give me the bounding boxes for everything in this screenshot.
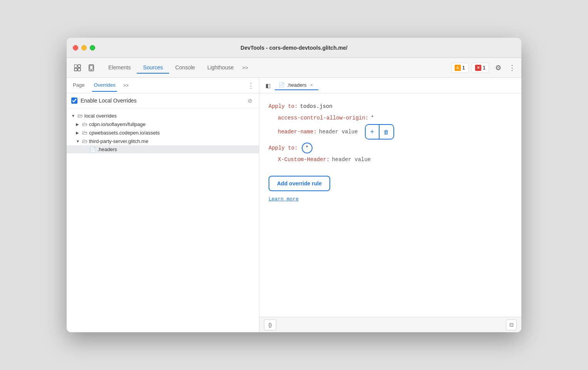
window-title: DevTools - cors-demo-devtools.glitch.me/ (240, 45, 347, 51)
panel-sidebar-toggle[interactable]: ◧ (262, 80, 273, 91)
svg-rect-0 (74, 65, 77, 67)
svg-rect-5 (90, 66, 93, 69)
header-actions-wrapper: + 🗑 (365, 124, 394, 140)
more-options-button[interactable]: ⋮ (507, 62, 517, 74)
svg-rect-1 (78, 65, 81, 67)
tree-label-local-overrides: local overrides (84, 113, 117, 119)
tree-item-third-party[interactable]: ▼ 🗁 third-party-server.glitch.me (67, 137, 259, 145)
apply-to-value-1: todos.json (300, 101, 333, 112)
arrow-right-icon: ▶ (76, 122, 81, 126)
tab-page[interactable]: Page (71, 79, 86, 92)
header-line-1: access-control-allow-origin: * (269, 113, 512, 123)
clear-overrides-button[interactable]: ⊘ (246, 96, 254, 105)
device-toggle-button[interactable] (85, 62, 97, 74)
more-tabs-button[interactable]: >> (240, 63, 250, 72)
header-value-3: header value (332, 154, 371, 165)
titlebar: DevTools - cors-demo-devtools.glitch.me/ (67, 38, 521, 58)
toolbar-tabs: Elements Sources Console Lighthouse >> (102, 62, 250, 73)
warnings-button[interactable]: ⚠ 1 (451, 63, 469, 73)
header-value-2: header value (319, 126, 358, 137)
header-key-3: X-Custom-Header: (278, 154, 329, 165)
tree-item-cpwebassets[interactable]: ▶ 🗁 cpwebassets.codepen.io/assets (67, 128, 259, 137)
warning-icon: ⚠ (455, 65, 461, 71)
svg-point-6 (91, 70, 92, 71)
folder-icon-cdpn: 🗁 (82, 121, 87, 127)
main-toolbar: Elements Sources Console Lighthouse >> ⚠… (67, 58, 521, 78)
add-override-section: Add override rule (269, 170, 512, 191)
tree-item-local-overrides[interactable]: ▼ 🗁 local overrides (67, 111, 259, 120)
panel-more-tabs[interactable]: >> (123, 83, 129, 88)
tab-console[interactable]: Console (169, 62, 201, 74)
overrides-header: Enable Local Overrides ⊘ (67, 93, 259, 108)
arrow-down-icon: ▼ (71, 114, 76, 118)
panel-dots-menu[interactable]: ⋮ (247, 81, 254, 90)
error-icon: ✕ (475, 65, 481, 71)
enable-overrides-label: Enable Local Overrides (81, 98, 137, 104)
warnings-count: 1 (462, 65, 465, 71)
arrow-down-icon-2: ▼ (76, 139, 81, 143)
learn-more-section: Learn more (269, 191, 512, 204)
errors-count: 1 (483, 65, 486, 71)
header-key-2: header-name: (278, 126, 317, 137)
headers-tab-close[interactable]: × (309, 82, 314, 88)
enable-overrides-checkbox[interactable] (71, 98, 77, 104)
tab-lighthouse[interactable]: Lighthouse (201, 62, 240, 74)
editor-tabs: ◧ 📄 .headers × (259, 78, 521, 93)
settings-button[interactable]: ⚙ (492, 62, 504, 74)
inspect-icon (74, 64, 81, 71)
tree-item-cdpn[interactable]: ▶ 🗁 cdpn.io/sofiayem/fullpage (67, 120, 259, 128)
add-header-button[interactable]: + (366, 125, 380, 139)
folder-icon-third-party: 🗁 (82, 138, 87, 144)
panel-tabs: Page Overrides >> ⋮ (67, 78, 259, 93)
asterisk-badge: * (302, 143, 312, 153)
device-icon (88, 64, 95, 71)
tree-label-cdpn: cdpn.io/sofiayem/fullpage (89, 121, 146, 127)
tab-sources[interactable]: Sources (137, 62, 169, 74)
errors-button[interactable]: ✕ 1 (472, 63, 489, 73)
file-icon-headers: 📄 (90, 146, 96, 152)
minimize-button[interactable] (81, 45, 87, 50)
editor-content: Apply to: todos.json access-control-allo… (259, 93, 521, 317)
apply-to-label-2: Apply to: (269, 143, 298, 153)
format-button[interactable]: {} (264, 320, 276, 330)
traffic-lights (73, 45, 95, 50)
apply-to-line-2: Apply to: * (269, 143, 512, 153)
close-button[interactable] (73, 45, 78, 50)
tree-label-third-party: third-party-server.glitch.me (89, 138, 148, 144)
svg-rect-2 (74, 68, 77, 71)
right-panel: ◧ 📄 .headers × Apply to: todos.json acce… (259, 78, 521, 332)
tree-label-cpwebassets: cpwebassets.codepen.io/assets (89, 130, 160, 136)
apply-to-label-1: Apply to: (269, 101, 298, 112)
devtools-window: DevTools - cors-demo-devtools.glitch.me/… (67, 38, 521, 332)
header-value-1: * (371, 113, 374, 123)
apply-to-line-1: Apply to: todos.json (269, 101, 512, 112)
delete-header-button[interactable]: 🗑 (380, 125, 393, 139)
arrow-right-icon-2: ▶ (76, 131, 81, 135)
header-line-3: X-Custom-Header: header value (269, 154, 512, 165)
header-line-2: header-name: header value + 🗑 (269, 124, 512, 140)
headers-tab-label: .headers (287, 82, 307, 88)
svg-rect-3 (78, 68, 81, 71)
folder-icon: 🗁 (77, 113, 83, 119)
main-layout: Page Overrides >> ⋮ Enable Local Overrid… (67, 78, 521, 332)
tab-overrides[interactable]: Overrides (92, 79, 117, 92)
folder-icon-cpwebassets: 🗁 (82, 130, 87, 136)
header-key-1: access-control-allow-origin: (278, 113, 368, 123)
learn-more-link[interactable]: Learn more (269, 194, 299, 204)
tree-label-headers: .headers (97, 146, 117, 152)
bottom-right: ⊡ (506, 320, 517, 330)
maximize-button[interactable] (90, 45, 95, 50)
screenshot-button[interactable]: ⊡ (506, 320, 517, 330)
headers-tab-file-icon: 📄 (279, 82, 285, 88)
bottom-bar: {} ⊡ (259, 317, 521, 332)
editor-tab-headers[interactable]: 📄 .headers × (275, 81, 318, 90)
tree-item-headers-file[interactable]: ▶ 📄 .headers (67, 145, 259, 153)
add-override-rule-button[interactable]: Add override rule (269, 176, 330, 191)
toolbar-right: ⚠ 1 ✕ 1 ⚙ ⋮ (451, 62, 517, 74)
tab-elements[interactable]: Elements (102, 62, 137, 74)
inspect-toggle-button[interactable] (71, 62, 84, 74)
left-panel: Page Overrides >> ⋮ Enable Local Overrid… (67, 78, 259, 332)
file-tree: ▼ 🗁 local overrides ▶ 🗁 cdpn.io/sofiayem… (67, 108, 259, 332)
